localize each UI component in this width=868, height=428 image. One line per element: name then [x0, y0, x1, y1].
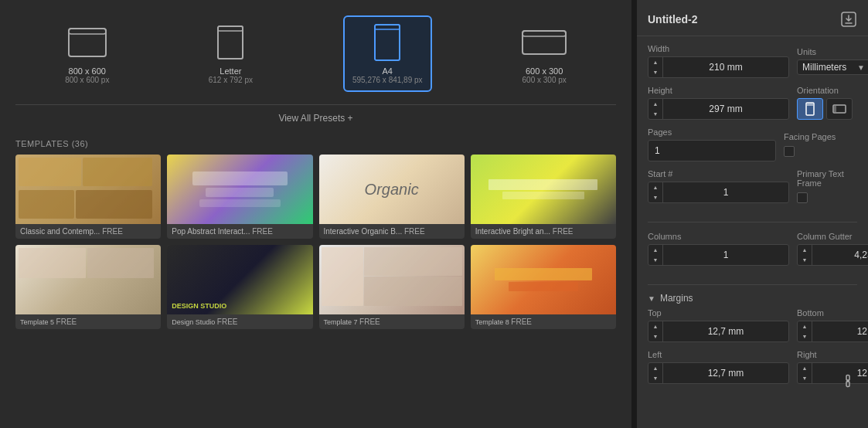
template-footer-t5: Template 5 FREE	[15, 314, 161, 329]
facing-pages-checkbox[interactable]	[784, 146, 795, 157]
orientation-portrait-button[interactable]	[797, 98, 823, 120]
preset-600x300-icon	[521, 23, 567, 62]
columns-group: Columns ▲ ▼	[648, 232, 789, 266]
preset-a4-label: A4	[383, 66, 393, 76]
preset-600x300[interactable]: 600 x 300 600 x 300 px	[513, 17, 575, 90]
templates-header: TEMPLATES (36)	[15, 131, 616, 155]
facing-pages-checkbox-wrap	[784, 146, 857, 157]
preset-letter-sub: 612 x 792 px	[209, 76, 253, 84]
top-bottom-row: Top ▲ ▼ Bottom ▲ ▼	[648, 308, 857, 342]
height-orientation-row: Height ▲ ▼ Orientation	[648, 86, 857, 120]
template-card-t8[interactable]: Template 8 FREE	[471, 245, 616, 329]
panel-title: Untitled-2	[648, 13, 698, 25]
width-stepper-down[interactable]: ▼	[648, 67, 662, 77]
margins-chevron-icon: ▼	[648, 294, 655, 303]
templates-grid: Classic and Contemp... FREE Pop Abstract…	[15, 155, 616, 329]
right-stepper-down[interactable]: ▼	[798, 373, 812, 383]
pages-input-stepper	[648, 140, 776, 161]
columns-gutter-row: Columns ▲ ▼ Column Gutter ▲ ▼	[648, 232, 857, 266]
column-gutter-input[interactable]	[812, 250, 868, 260]
orientation-label: Orientation	[797, 86, 857, 95]
pages-group: Pages	[648, 127, 776, 161]
template-thumb-t1	[15, 155, 161, 224]
column-gutter-stepper-up[interactable]: ▲	[798, 245, 812, 255]
bottom-stepper-up[interactable]: ▲	[798, 321, 812, 331]
column-gutter-label: Column Gutter	[797, 232, 868, 241]
facing-pages-group: Facing Pages	[784, 132, 857, 157]
bottom-stepper-btns: ▲ ▼	[798, 321, 812, 341]
units-select-container: Millimeters Inches Points Pixels Centime…	[797, 59, 868, 75]
width-input[interactable]	[663, 62, 788, 73]
preset-a4[interactable]: A4 595,276 x 841,89 px	[343, 15, 432, 92]
preset-800x600[interactable]: 800 x 600 800 x 600 px	[56, 17, 118, 90]
download-button[interactable]	[840, 11, 857, 28]
top-input[interactable]	[663, 326, 788, 337]
template-card-t3[interactable]: Organic Interactive Organic B... FREE	[319, 155, 465, 239]
width-group: Width ▲ ▼	[648, 44, 789, 78]
left-right-row: Left ▲ ▼ Right ▲ ▼	[648, 350, 857, 384]
right-input-stepper: ▲ ▼	[797, 362, 868, 384]
primary-text-frame-group: Primary Text Frame	[797, 169, 857, 203]
right-stepper-up[interactable]: ▲	[798, 363, 812, 373]
template-footer-t4: Interactive Bright an... FREE	[471, 224, 616, 239]
template-card-t4[interactable]: Interactive Bright an... FREE	[471, 155, 616, 239]
columns-section: Columns ▲ ▼ Column Gutter ▲ ▼	[637, 226, 868, 281]
svg-rect-12	[834, 106, 836, 112]
preset-800x600-icon	[64, 23, 111, 62]
height-stepper-down[interactable]: ▼	[648, 109, 662, 119]
start-stepper-down[interactable]: ▼	[648, 192, 662, 202]
columns-stepper-btns: ▲ ▼	[648, 245, 663, 265]
template-card-t2[interactable]: Pop Abstract Interact... FREE	[167, 155, 312, 239]
link-margins-icon[interactable]	[842, 373, 854, 389]
template-card-t5[interactable]: Template 5 FREE	[15, 245, 161, 329]
left-panel: 800 x 600 800 x 600 px Letter 612 x 792 …	[0, 0, 631, 428]
pages-label: Pages	[648, 127, 776, 137]
primary-text-frame-checkbox[interactable]	[797, 192, 808, 203]
width-stepper-up[interactable]: ▲	[648, 57, 662, 67]
preset-letter-label: Letter	[220, 66, 241, 76]
columns-input-stepper: ▲ ▼	[648, 244, 789, 266]
left-stepper-up[interactable]: ▲	[648, 363, 662, 373]
right-label: Right	[797, 350, 868, 359]
right-input[interactable]	[812, 368, 868, 379]
height-stepper-up[interactable]: ▲	[648, 99, 662, 109]
left-stepper-down[interactable]: ▼	[648, 373, 662, 383]
left-input[interactable]	[663, 368, 788, 379]
start-stepper-btns: ▲ ▼	[648, 182, 663, 202]
width-stepper-btns: ▲ ▼	[648, 57, 663, 77]
columns-stepper-down[interactable]: ▼	[648, 255, 662, 265]
top-stepper-btns: ▲ ▼	[648, 321, 663, 341]
height-input[interactable]	[663, 104, 788, 114]
template-card-t7[interactable]: Template 7 FREE	[319, 245, 465, 329]
margins-header[interactable]: ▼ Margins	[637, 288, 868, 307]
orientation-landscape-button[interactable]	[826, 98, 853, 120]
preset-a4-icon	[364, 23, 410, 62]
bottom-input[interactable]	[812, 326, 868, 337]
top-stepper-up[interactable]: ▲	[648, 321, 662, 331]
view-all-presets[interactable]: View All Presets +	[15, 105, 616, 131]
bottom-stepper-down[interactable]: ▼	[798, 331, 812, 341]
start-input[interactable]	[663, 187, 788, 198]
right-group: Right ▲ ▼	[797, 350, 868, 384]
top-stepper-down[interactable]: ▼	[648, 331, 662, 341]
top-group: Top ▲ ▼	[648, 308, 789, 342]
start-input-stepper: ▲ ▼	[648, 182, 789, 203]
height-stepper-btns: ▲ ▼	[648, 99, 663, 119]
width-input-stepper: ▲ ▼	[648, 56, 789, 78]
units-select[interactable]: Millimeters Inches Points Pixels Centime…	[802, 62, 853, 73]
start-stepper-up[interactable]: ▲	[648, 182, 662, 192]
columns-stepper-up[interactable]: ▲	[648, 245, 662, 255]
orientation-buttons	[797, 98, 857, 120]
template-thumb-t4	[471, 155, 616, 224]
right-stepper-btns: ▲ ▼	[798, 363, 812, 383]
columns-label: Columns	[648, 232, 789, 241]
template-card-t6[interactable]: DESIGN STUDIO Design Studio FREE	[167, 245, 312, 329]
left-stepper-btns: ▲ ▼	[648, 363, 663, 383]
preset-letter[interactable]: Letter 612 x 792 px	[199, 17, 261, 90]
preset-600x300-label: 600 x 300	[526, 66, 563, 76]
pages-input[interactable]	[648, 145, 775, 156]
columns-input[interactable]	[663, 250, 788, 260]
template-card-t1[interactable]: Classic and Contemp... FREE	[15, 155, 161, 239]
column-gutter-stepper-down[interactable]: ▼	[798, 255, 812, 265]
height-group: Height ▲ ▼	[648, 86, 789, 120]
